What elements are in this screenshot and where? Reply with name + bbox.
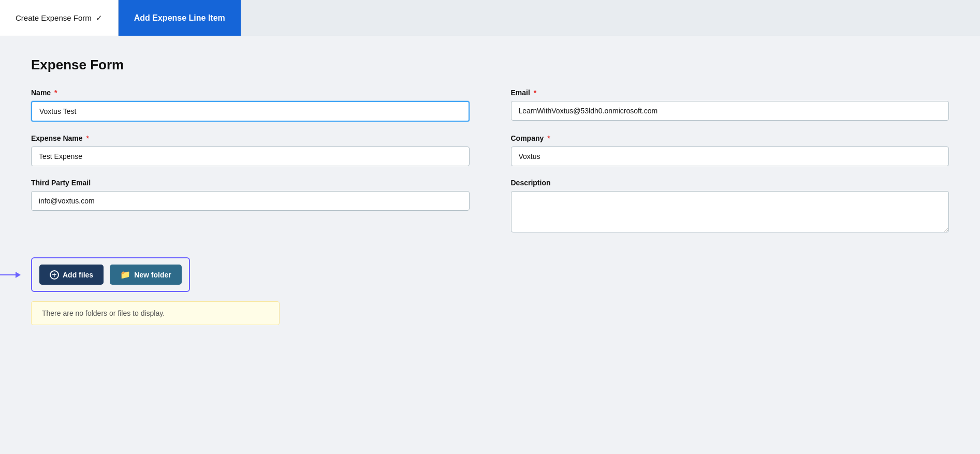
- expense-name-required-star: *: [86, 134, 89, 142]
- description-field-group: Description: [511, 179, 949, 235]
- add-files-label: Add files: [63, 271, 93, 279]
- company-label: Company *: [511, 134, 949, 142]
- add-files-button[interactable]: + Add files: [39, 265, 104, 285]
- email-required-star: *: [534, 89, 536, 97]
- expense-name-input[interactable]: [31, 147, 470, 166]
- folder-icon: 📁: [120, 270, 130, 280]
- file-buttons-wrapper: + Add files 📁 New folder: [31, 257, 190, 292]
- main-content: Expense Form Name * Email *: [0, 36, 980, 346]
- new-folder-button[interactable]: 📁 New folder: [110, 265, 182, 285]
- email-label: Email *: [511, 89, 949, 97]
- expense-name-label: Expense Name *: [31, 134, 470, 142]
- tab-bar: Create Expense Form ✓ Add Expense Line I…: [0, 0, 980, 36]
- name-required-star: *: [54, 89, 57, 97]
- form-grid: Name * Email * Expense Name *: [31, 89, 949, 325]
- page-wrapper: Create Expense Form ✓ Add Expense Line I…: [0, 0, 980, 454]
- tab-create-expense-form-label: Create Expense Form: [16, 13, 92, 22]
- company-field-group: Company *: [511, 134, 949, 166]
- email-field-group: Email *: [511, 89, 949, 122]
- no-files-message: There are no folders or files to display…: [31, 301, 280, 325]
- description-textarea[interactable]: [511, 191, 949, 232]
- tab-add-expense-line-item[interactable]: Add Expense Line Item: [119, 0, 241, 36]
- third-party-email-field-group: Third Party Email: [31, 179, 470, 235]
- plus-circle-icon: +: [50, 270, 59, 280]
- third-party-email-input[interactable]: [31, 191, 470, 211]
- third-party-email-label: Third Party Email: [31, 179, 470, 187]
- form-title: Expense Form: [31, 57, 949, 73]
- email-input[interactable]: [511, 101, 949, 121]
- company-input[interactable]: [511, 147, 949, 166]
- name-input[interactable]: [31, 101, 470, 122]
- arrow-head: [16, 272, 21, 278]
- name-label: Name *: [31, 89, 470, 97]
- name-field-group: Name *: [31, 89, 470, 122]
- file-buttons-box: + Add files 📁 New folder: [31, 257, 190, 292]
- arrow-indicator: [0, 272, 21, 278]
- new-folder-label: New folder: [134, 271, 171, 279]
- tab-create-expense-form[interactable]: Create Expense Form ✓: [0, 0, 119, 36]
- tab-checkmark-icon: ✓: [96, 13, 103, 23]
- file-section: + Add files 📁 New folder There are no fo…: [31, 252, 470, 325]
- company-required-star: *: [547, 134, 550, 142]
- arrow-line: [0, 274, 16, 275]
- expense-name-field-group: Expense Name *: [31, 134, 470, 166]
- description-label: Description: [511, 179, 949, 187]
- tab-add-expense-line-item-label: Add Expense Line Item: [134, 13, 225, 23]
- no-files-text: There are no folders or files to display…: [42, 309, 165, 317]
